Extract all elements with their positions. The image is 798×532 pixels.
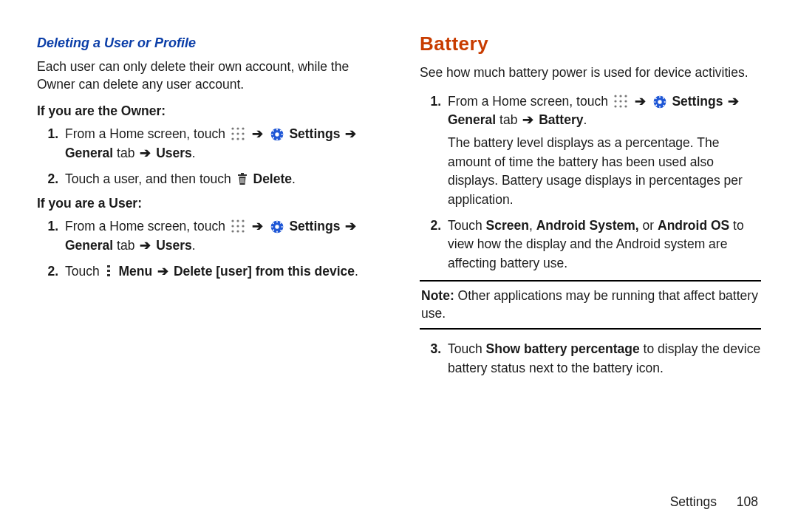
page-footer: Settings 108 (670, 494, 758, 510)
svg-rect-43 (107, 265, 110, 267)
step-text: , (529, 218, 536, 233)
svg-rect-14 (281, 134, 283, 135)
svg-point-4 (236, 133, 239, 135)
right-column: Battery See how much battery power is us… (420, 30, 761, 385)
step-text: or (639, 218, 658, 233)
owner-step-2: Touch a user, and then touch Delete. (62, 170, 378, 188)
arrow-icon: ➔ (344, 219, 358, 233)
svg-rect-59 (654, 101, 656, 103)
arrow-icon: ➔ (521, 112, 535, 127)
svg-rect-36 (276, 231, 278, 233)
general-label: General (65, 146, 113, 160)
svg-rect-12 (276, 139, 278, 141)
step-text: From a Home screen, touch (65, 126, 229, 141)
general-label: General (448, 112, 496, 127)
svg-rect-58 (659, 106, 661, 108)
general-label: General (65, 238, 113, 253)
svg-point-29 (242, 225, 244, 228)
svg-point-56 (658, 100, 661, 103)
battery-step-1: From a Home screen, touch ➔ Settings ➔ (445, 92, 761, 209)
arrow-icon: ➔ (726, 94, 740, 109)
svg-point-25 (236, 220, 239, 222)
step-text: Touch (65, 264, 103, 279)
svg-point-53 (619, 105, 621, 107)
owner-subhead: If you are the Owner: (37, 103, 378, 119)
step-text: Touch (448, 218, 486, 233)
users-label: Users (156, 146, 192, 160)
svg-point-50 (619, 100, 621, 102)
intro-text: See how much battery power is used for d… (420, 64, 761, 82)
users-label: Users (156, 238, 192, 253)
show-battery-label: Show battery percentage (486, 341, 640, 356)
delete-label: Delete (253, 171, 293, 186)
user-step-1: From a Home screen, touch ➔ Settings ➔ (62, 217, 378, 255)
arrow-icon: ➔ (250, 126, 265, 141)
screen-label: Screen (486, 218, 529, 233)
svg-point-46 (614, 95, 616, 97)
svg-point-6 (231, 138, 233, 140)
svg-point-30 (231, 231, 233, 233)
svg-rect-37 (271, 227, 273, 228)
settings-gear-icon (652, 95, 667, 109)
arrow-icon: ➔ (250, 219, 265, 233)
svg-rect-45 (107, 274, 110, 276)
menu-dots-icon (105, 265, 112, 278)
step-text: From a Home screen, touch (448, 94, 612, 109)
footer-section: Settings (670, 494, 717, 509)
svg-point-54 (624, 105, 627, 107)
trash-icon (236, 172, 248, 185)
intro-text: Each user can only delete their own acco… (37, 58, 378, 93)
owner-step-1: From a Home screen, touch ➔ Settings ➔ (62, 125, 378, 163)
arrow-icon: ➔ (633, 94, 647, 109)
svg-point-5 (242, 133, 244, 135)
two-column-layout: Deleting a User or Profile Each user can… (37, 30, 761, 385)
arrow-icon: ➔ (344, 126, 358, 141)
battery-steps-cont: Touch Show battery percentage to display… (420, 340, 761, 378)
note-box: Note: Other applications may be running … (420, 280, 761, 330)
arrow-icon: ➔ (138, 238, 152, 253)
apps-icon (231, 126, 245, 141)
settings-label: Settings (289, 219, 340, 233)
left-column: Deleting a User or Profile Each user can… (37, 30, 378, 385)
svg-point-27 (231, 225, 233, 228)
svg-point-26 (242, 220, 244, 222)
svg-point-34 (275, 225, 279, 229)
svg-point-8 (242, 138, 244, 140)
user-subhead: If you are a User: (37, 196, 378, 211)
step-text: Touch a user, and then touch (65, 171, 235, 186)
svg-point-31 (236, 231, 239, 233)
settings-label: Settings (289, 126, 340, 141)
svg-rect-20 (241, 173, 244, 174)
note-body: Other applications may be running that a… (421, 288, 758, 321)
battery-label: Battery (539, 112, 583, 127)
step-desc: The battery level displays as a percenta… (448, 135, 743, 206)
svg-point-32 (242, 231, 244, 233)
svg-point-2 (242, 128, 244, 130)
settings-label: Settings (672, 94, 723, 109)
svg-point-51 (624, 100, 627, 102)
tab-word: tab (496, 112, 521, 127)
svg-point-47 (619, 95, 621, 97)
delete-user-label: Delete [user] from this device (174, 264, 355, 279)
svg-point-49 (614, 100, 616, 102)
android-os-label: Android OS (658, 218, 729, 233)
svg-point-10 (275, 133, 279, 137)
svg-point-1 (236, 128, 239, 130)
section-heading: Battery (420, 33, 761, 55)
svg-point-52 (614, 105, 616, 107)
svg-point-48 (624, 95, 627, 97)
tab-word: tab (113, 238, 138, 253)
svg-point-7 (236, 138, 239, 140)
android-system-label: Android System, (536, 218, 639, 233)
user-steps: From a Home screen, touch ➔ Settings ➔ (37, 217, 378, 281)
step-text: From a Home screen, touch (65, 219, 229, 233)
battery-step-2: Touch Screen, Android System, or Android… (445, 216, 761, 273)
settings-gear-icon (270, 219, 284, 234)
svg-rect-60 (664, 101, 666, 103)
arrow-icon: ➔ (138, 146, 152, 160)
svg-rect-13 (271, 134, 273, 135)
svg-rect-44 (107, 270, 110, 272)
battery-step-3: Touch Show battery percentage to display… (445, 340, 761, 378)
svg-rect-11 (276, 129, 278, 131)
tab-word: tab (113, 146, 138, 160)
